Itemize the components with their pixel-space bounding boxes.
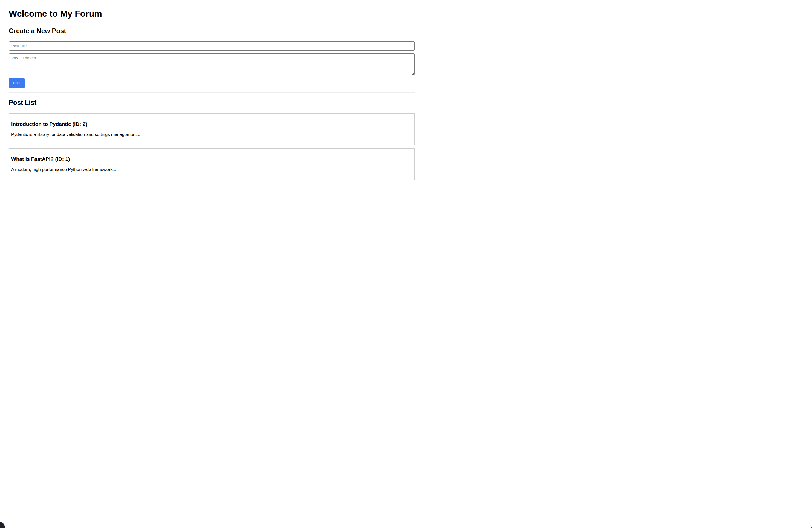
section-divider [9,92,415,93]
post-card-title: What is FastAPI? (ID: 1) [11,156,412,162]
post-card-excerpt: Pydantic is a library for data validatio… [11,132,412,137]
create-post-heading: Create a New Post [9,27,415,35]
post-list-heading: Post List [9,99,415,106]
page-title: Welcome to My Forum [9,9,415,19]
create-post-form: Post [9,41,415,88]
post-card-excerpt: A modern, high-performance Python web fr… [11,167,412,172]
post-card: What is FastAPI? (ID: 1) A modern, high-… [9,148,415,180]
post-card: Introduction to Pydantic (ID: 2) Pydanti… [9,113,415,145]
post-content-input[interactable] [9,54,415,75]
post-title-input[interactable] [9,41,415,50]
post-submit-button[interactable]: Post [9,78,25,88]
post-card-title: Introduction to Pydantic (ID: 2) [11,121,412,127]
post-list: Introduction to Pydantic (ID: 2) Pydanti… [9,113,415,180]
